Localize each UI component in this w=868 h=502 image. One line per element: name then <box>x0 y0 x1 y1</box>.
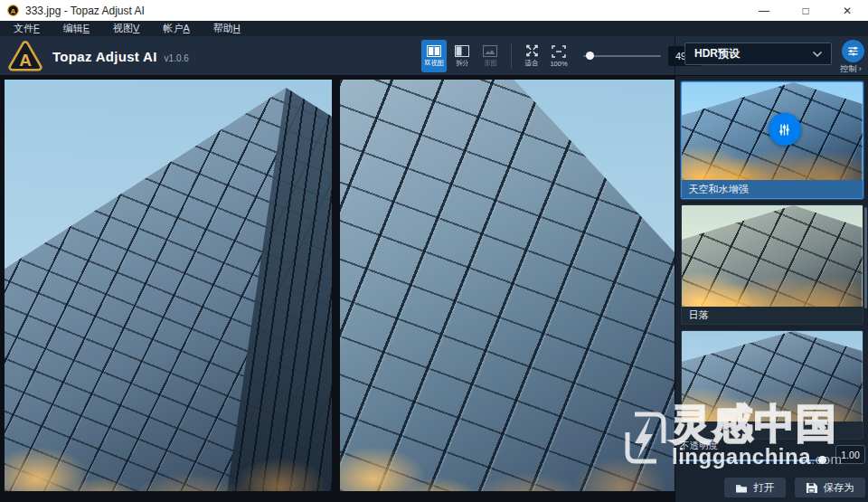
preset-category-label: HDR预设 <box>694 46 812 62</box>
preset-thumbnail[interactable] <box>682 82 863 180</box>
vertical-sliders-icon <box>777 122 792 137</box>
opacity-slider[interactable] <box>679 454 831 467</box>
view-mode-original-button[interactable]: 原图 <box>477 40 503 72</box>
preset-label: 天空和水增强 <box>682 180 863 198</box>
minimize-button[interactable]: — <box>743 0 785 21</box>
image-pane-original[interactable] <box>5 80 332 491</box>
topaz-logo-icon: A <box>7 40 43 72</box>
preset-category-dropdown[interactable]: HDR预设 <box>684 43 832 65</box>
pyramid-lights <box>5 80 332 491</box>
image-pane-processed[interactable] <box>340 80 675 491</box>
zoom-slider-track[interactable] <box>583 55 661 57</box>
preset-sidebar: 天空和水增强 日落 不透明度 1.00 <box>675 76 868 502</box>
preset-card-sky-water-enhance[interactable]: 天空和水增强 <box>681 81 863 199</box>
toolbar-separator <box>511 43 512 69</box>
view-toolbar: 双视图 拆分 原图 <box>421 40 703 72</box>
pyramid-lights <box>682 331 863 421</box>
preset-label <box>682 421 863 439</box>
view-mode-split-button[interactable]: 拆分 <box>449 40 475 72</box>
opacity-slider-fill <box>679 459 822 461</box>
app-window: A 333.jpg - Topaz Adjust AI — □ ✕ 文件F 编辑… <box>0 0 868 502</box>
zoom-100-icon <box>552 45 566 58</box>
view-mode-label: 双视图 <box>424 59 443 68</box>
maximize-button[interactable]: □ <box>785 0 826 21</box>
menu-bar: 文件F 编辑E 视图V 帐户A 帮助H <box>0 21 868 36</box>
control-panel-toggle-button[interactable] <box>842 40 864 62</box>
app-name: Topaz Adjust AI <box>52 49 157 64</box>
header-bar: A Topaz Adjust AI v1.0.6 双视图 <box>0 36 868 76</box>
opacity-slider-thumb[interactable] <box>818 456 826 464</box>
action-buttons: 打开 保存为 <box>675 474 868 501</box>
preset-thumbnail[interactable] <box>682 331 863 421</box>
panel-divider <box>675 36 675 76</box>
brand: A Topaz Adjust AI v1.0.6 <box>7 40 189 72</box>
menu-edit[interactable]: 编辑E <box>52 21 101 36</box>
menu-file[interactable]: 文件F <box>2 21 52 36</box>
title-bar: A 333.jpg - Topaz Adjust AI — □ ✕ <box>0 0 868 21</box>
save-as-button-label: 保存为 <box>824 481 855 495</box>
zoom-slider-thumb[interactable] <box>586 52 594 60</box>
svg-text:A: A <box>11 7 16 15</box>
sliders-icon <box>846 44 860 58</box>
split-view-icon <box>455 45 469 57</box>
zoom-slider[interactable] <box>583 47 661 65</box>
close-button[interactable]: ✕ <box>826 0 868 21</box>
fit-arrows-icon <box>525 44 539 57</box>
preset-card-third[interactable] <box>681 330 863 440</box>
preset-thumbnail[interactable] <box>682 205 863 307</box>
menu-help[interactable]: 帮助H <box>202 21 252 36</box>
open-button-label: 打开 <box>754 481 775 495</box>
menu-view[interactable]: 视图V <box>101 21 151 36</box>
app-icon: A <box>7 5 19 16</box>
app-version: v1.0.6 <box>165 53 189 63</box>
fit-label: 适合 <box>525 59 539 68</box>
fit-to-screen-button[interactable]: 适合 <box>520 40 543 72</box>
original-image-icon <box>483 45 497 57</box>
pyramid-lights <box>682 205 863 307</box>
opacity-control: 不透明度 1.00 <box>675 440 868 452</box>
preset-card-sunset[interactable]: 日落 <box>681 204 863 325</box>
opacity-value-field[interactable]: 1.00 <box>835 445 865 464</box>
save-icon <box>806 482 817 494</box>
presets-scrollbar[interactable] <box>864 207 867 308</box>
view-mode-label: 拆分 <box>456 59 468 68</box>
preset-adjust-button[interactable] <box>769 113 801 146</box>
chevron-down-icon <box>812 51 823 58</box>
save-as-button[interactable]: 保存为 <box>795 478 866 497</box>
zoom-100-button[interactable]: 100% <box>547 40 571 72</box>
folder-icon <box>735 483 748 493</box>
control-panel-label[interactable]: 控制 › <box>834 63 868 75</box>
menu-account[interactable]: 帐户A <box>151 21 201 36</box>
dual-view-icon <box>427 45 441 57</box>
open-button[interactable]: 打开 <box>724 478 786 497</box>
view-mode-label: 原图 <box>484 59 496 68</box>
window-controls: — □ ✕ <box>743 0 868 21</box>
window-title: 333.jpg - Topaz Adjust AI <box>25 5 145 17</box>
zoom-100-label: 100% <box>550 60 567 68</box>
svg-text:A: A <box>19 51 32 70</box>
preset-label: 日落 <box>682 307 863 324</box>
view-mode-dual-button[interactable]: 双视图 <box>421 40 447 72</box>
pyramid-lights <box>340 80 675 491</box>
